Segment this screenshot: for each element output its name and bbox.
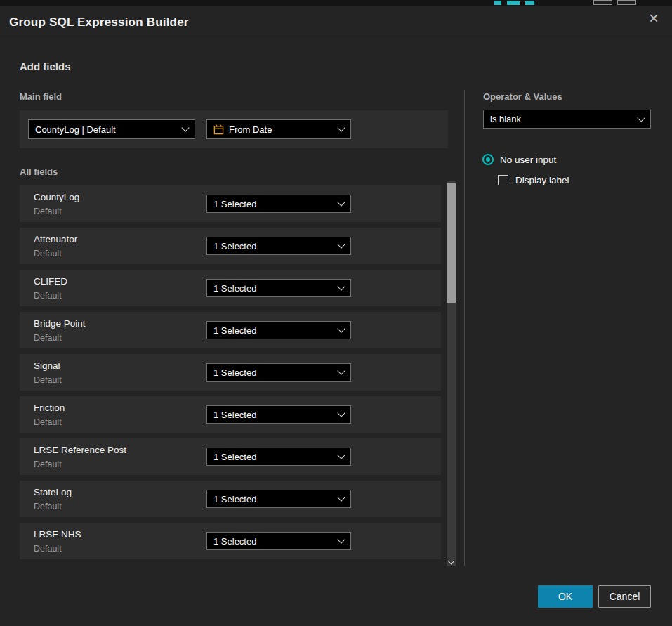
field-subtitle: Default [34,207,62,216]
ok-button[interactable]: OK [538,585,593,608]
field-selected-value: 1 Selected [213,452,338,462]
chevron-down-icon [337,325,345,332]
chevron-down-icon [337,493,345,501]
field-subtitle: Default [34,544,62,554]
field-selected-dropdown[interactable]: 1 Selected [206,490,351,508]
display-label-checkbox[interactable] [498,175,508,185]
chevron-down-icon [637,114,645,122]
field-name: Signal [34,360,60,371]
display-label-option: Display label [498,175,569,185]
field-row: CountyLog Default 1 Selected [20,185,441,222]
operator-value: is blank [490,114,638,124]
field-row: Bridge Point Default 1 Selected [20,312,441,348]
field-subtitle: Default [34,333,62,343]
field-subtitle: Default [34,375,62,385]
field-subtitle: Default [34,459,62,469]
field-selected-value: 1 Selected [213,325,338,336]
radio-dot [486,157,490,162]
field-subtitle: Default [34,291,62,301]
scrollbar-track[interactable] [447,181,456,566]
field-selected-dropdown[interactable]: 1 Selected [206,363,351,382]
main-field-source-value: CountyLog | Default [35,124,183,135]
field-selected-value: 1 Selected [213,367,338,378]
chevron-down-icon [337,282,345,290]
field-selected-value: 1 Selected [213,199,338,209]
field-name: CLIFED [34,276,67,287]
field-name: StateLog [34,487,72,497]
background-app-strip [0,0,672,6]
field-subtitle: Default [34,417,62,427]
main-field-label: Main field [20,91,62,102]
field-selected-value: 1 Selected [213,283,338,294]
field-name: LRSE Reference Post [34,445,126,455]
main-field-field-dropdown[interactable]: From Date [206,119,351,139]
operator-dropdown[interactable]: is blank [483,110,651,129]
chevron-down-icon [337,535,345,543]
field-selected-dropdown[interactable]: 1 Selected [206,405,351,424]
field-name: Bridge Point [34,318,86,329]
background-fragment [494,1,501,5]
main-field-panel: CountyLog | Default From Date [20,110,448,148]
dialog-titlebar: Group SQL Expression Builder [0,6,672,39]
field-subtitle: Default [34,249,62,259]
panel-divider [464,90,465,566]
group-sql-expression-builder-dialog: Group SQL Expression Builder × Add field… [0,0,672,626]
field-row: LRSE Reference Post Default 1 Selected [20,438,441,475]
field-selected-value: 1 Selected [213,536,338,547]
chevron-down-icon [337,451,345,459]
field-row: Signal Default 1 Selected [20,354,441,391]
background-fragment [507,1,520,5]
field-selected-dropdown[interactable]: 1 Selected [206,448,351,466]
field-selected-value: 1 Selected [213,410,338,420]
cancel-button[interactable]: Cancel [598,585,651,608]
field-name: Friction [34,403,65,413]
all-fields-list: CountyLog Default 1 Selected Attenuator … [20,185,441,559]
calendar-icon [213,124,224,135]
all-fields-label: All fields [20,167,58,177]
field-selected-dropdown[interactable]: 1 Selected [206,321,351,339]
field-row: LRSE NHS Default 1 Selected [20,523,441,559]
main-field-source-dropdown[interactable]: CountyLog | Default [28,119,195,139]
chevron-down-icon [337,198,345,206]
field-row: StateLog Default 1 Selected [20,481,441,517]
chevron-down-icon [337,240,345,248]
background-fragment [525,1,534,5]
background-fragment [593,0,612,5]
chevron-down-icon [181,124,189,131]
field-selected-dropdown[interactable]: 1 Selected [206,279,351,297]
operator-values-heading: Operator & Values [483,91,562,102]
field-row: CLIFED Default 1 Selected [20,270,441,306]
no-user-input-radio[interactable] [482,154,494,165]
field-row: Friction Default 1 Selected [20,396,441,433]
field-name: LRSE NHS [34,529,81,540]
close-icon[interactable]: × [645,10,662,27]
field-selected-value: 1 Selected [213,241,338,252]
field-selected-dropdown[interactable]: 1 Selected [206,237,351,255]
field-selected-dropdown[interactable]: 1 Selected [206,532,351,550]
field-name: CountyLog [34,192,79,202]
chevron-down-icon [337,124,345,131]
main-field-field-value: From Date [229,124,338,135]
field-selected-dropdown[interactable]: 1 Selected [206,195,351,213]
scrollbar-thumb[interactable] [447,183,456,303]
add-fields-heading: Add fields [20,60,71,72]
field-selected-value: 1 Selected [213,494,338,504]
no-user-input-label: No user input [500,155,556,165]
background-fragment [617,0,636,5]
field-row: Attenuator Default 1 Selected [20,228,441,264]
scrollbar-down-arrow-icon[interactable] [448,558,455,565]
dialog-title: Group SQL Expression Builder [9,15,189,30]
chevron-down-icon [337,409,345,417]
no-user-input-option: No user input [482,154,556,165]
field-subtitle: Default [34,502,62,511]
field-name: Attenuator [34,234,77,244]
chevron-down-icon [337,367,345,374]
display-label-text: Display label [515,175,569,185]
